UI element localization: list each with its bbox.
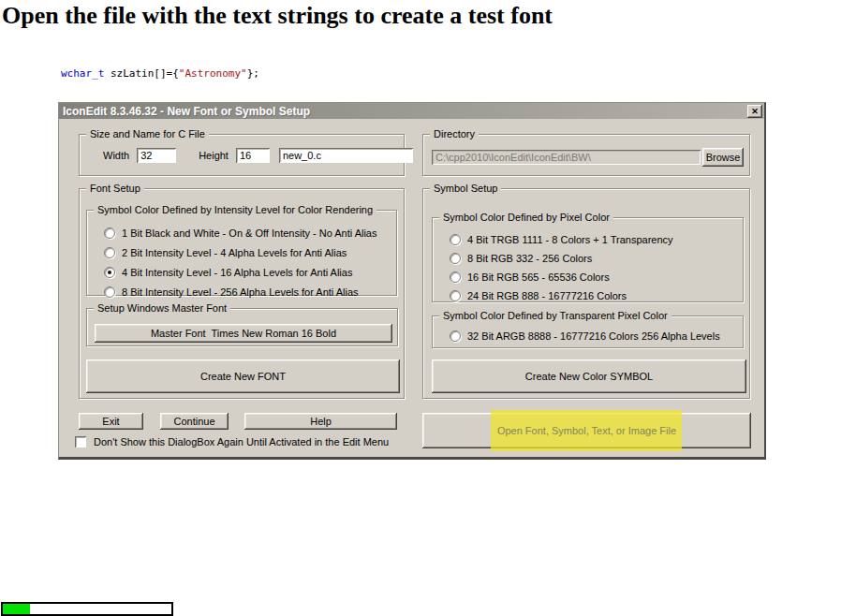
- radio-option-label: 16 Bit RGB 565 - 65536 Colors: [467, 271, 610, 283]
- open-file-button-wrapper: Open Font, Symbol, Text, or Image File: [422, 413, 751, 448]
- exit-button[interactable]: Exit: [79, 413, 143, 430]
- master-font-button[interactable]: Master Font Times New Roman 16 Bold: [95, 324, 392, 343]
- radio-option[interactable]: 4 Bit Intensity Level - 16 Alpha Levels …: [87, 262, 396, 282]
- intensity-group-label: Symbol Color Defined by Intensity Level …: [94, 204, 376, 215]
- help-button[interactable]: Help: [244, 413, 397, 430]
- radio-option-label: 32 Bit ARGB 8888 - 16777216 Colors 256 A…: [467, 330, 720, 342]
- radio-icon[interactable]: [450, 330, 461, 342]
- radio-option[interactable]: 8 Bit RGB 332 - 256 Colors: [433, 249, 743, 268]
- radio-option[interactable]: 32 Bit ARGB 8888 - 16777216 Colors 256 A…: [433, 328, 743, 345]
- dialog-title: IconEdit 8.3.46.32 - New Font or Symbol …: [63, 105, 310, 118]
- radio-option[interactable]: 2 Bit Intensity Level - 4 Alpha Levels f…: [87, 242, 396, 262]
- radio-option[interactable]: 4 Bit TRGB 1111 - 8 Colors + 1 Transpare…: [433, 230, 743, 249]
- size-name-group: Size and Name for C File Width Height: [79, 134, 405, 176]
- radio-option-label: 4 Bit Intensity Level - 16 Alpha Levels …: [122, 267, 352, 278]
- intensity-group: Symbol Color Defined by Intensity Level …: [86, 210, 397, 296]
- height-input[interactable]: [236, 148, 270, 163]
- master-font-group: Setup Windows Master Font Master Font Ti…: [86, 308, 398, 346]
- code-keyword: wchar_t: [61, 67, 104, 80]
- radio-option-label: 2 Bit Intensity Level - 4 Alpha Levels f…: [122, 247, 347, 258]
- code-string: "Astronomy": [179, 67, 247, 80]
- radio-option[interactable]: 16 Bit RGB 565 - 65536 Colors: [433, 268, 743, 286]
- progress-bar: [1, 602, 173, 616]
- width-input[interactable]: [137, 148, 176, 163]
- open-file-button-label: Open Font, Symbol, Text, or Image File: [497, 425, 676, 436]
- radio-option[interactable]: 24 Bit RGB 888 - 16777216 Colors: [433, 286, 743, 305]
- symbol-setup-group: Symbol Setup Symbol Color Defined by Pix…: [422, 188, 750, 399]
- filename-input[interactable]: [279, 148, 413, 163]
- radio-option-label: 1 Bit Black and White - On & Off Intensi…: [122, 227, 376, 239]
- radio-option[interactable]: 1 Bit Black and White - On & Off Intensi…: [87, 223, 396, 242]
- transparent-color-group-label: Symbol Color Defined by Transparent Pixe…: [439, 310, 671, 321]
- symbol-setup-group-label: Symbol Setup: [430, 183, 501, 194]
- create-new-font-button[interactable]: Create New FONT: [86, 359, 400, 393]
- height-label: Height: [199, 150, 229, 161]
- directory-group-label: Directory: [430, 128, 479, 139]
- close-icon: ✕: [751, 107, 759, 116]
- radio-option-label: 8 Bit RGB 332 - 256 Colors: [467, 253, 592, 264]
- radio-icon[interactable]: [450, 234, 461, 245]
- close-button[interactable]: ✕: [747, 105, 762, 118]
- radio-option-label: 8 Bit Intensity Level - 256 Alpha Levels…: [122, 286, 359, 298]
- code-text: };: [247, 67, 259, 80]
- radio-icon[interactable]: [104, 286, 115, 298]
- dontshow-row: Don't Show this DialogBox Again Until Ac…: [75, 436, 389, 447]
- radio-icon[interactable]: [450, 290, 461, 301]
- radio-icon[interactable]: [450, 253, 461, 264]
- radio-option-label: 4 Bit TRGB 1111 - 8 Colors + 1 Transpare…: [467, 234, 673, 245]
- continue-button[interactable]: Continue: [160, 413, 229, 430]
- progress-fill: [3, 604, 30, 614]
- radio-icon[interactable]: [104, 267, 115, 278]
- radio-icon[interactable]: [104, 227, 115, 239]
- size-name-group-label: Size and Name for C File: [86, 128, 209, 139]
- transparent-color-group: Symbol Color Defined by Transparent Pixe…: [432, 315, 744, 348]
- browse-button[interactable]: Browse: [702, 148, 744, 167]
- width-label: Width: [103, 150, 129, 161]
- radio-icon[interactable]: [104, 247, 115, 258]
- pixel-color-group: Symbol Color Defined by Pixel Color 4 Bi…: [432, 217, 744, 302]
- dontshow-checkbox[interactable]: [75, 436, 86, 447]
- font-setup-group-label: Font Setup: [86, 183, 144, 194]
- radio-option-label: 24 Bit RGB 888 - 16777216 Colors: [467, 290, 627, 301]
- dialog-window: IconEdit 8.3.46.32 - New Font or Symbol …: [58, 102, 766, 460]
- open-file-button[interactable]: Open Font, Symbol, Text, or Image File: [422, 413, 751, 448]
- code-line: wchar_t szLatin[]={"Astronomy"};: [61, 66, 272, 81]
- directory-group: Directory Browse: [422, 134, 750, 176]
- pixel-color-group-label: Symbol Color Defined by Pixel Color: [439, 212, 613, 223]
- font-setup-group: Font Setup Symbol Color Defined by Inten…: [79, 188, 405, 399]
- dontshow-label: Don't Show this DialogBox Again Until Ac…: [94, 436, 389, 447]
- directory-path-field: [432, 150, 701, 165]
- page-title: Open the file with the text strings to c…: [2, 2, 553, 30]
- dialog-titlebar[interactable]: IconEdit 8.3.46.32 - New Font or Symbol …: [59, 103, 764, 119]
- code-text: szLatin[]={: [104, 67, 178, 80]
- radio-option[interactable]: 8 Bit Intensity Level - 256 Alpha Levels…: [87, 282, 396, 301]
- radio-icon[interactable]: [450, 271, 461, 283]
- master-font-group-label: Setup Windows Master Font: [94, 302, 230, 314]
- create-new-color-symbol-button[interactable]: Create New Color SYMBOL: [432, 359, 746, 393]
